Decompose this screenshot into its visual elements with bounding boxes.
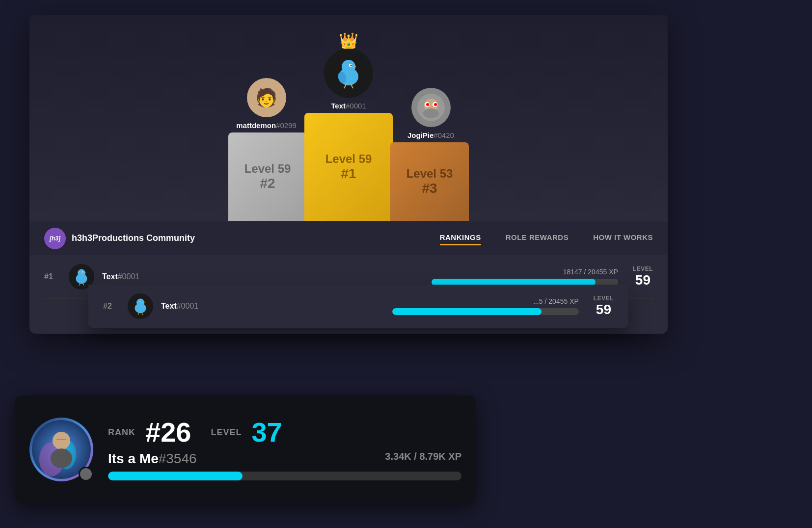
podium-area: 🧑 mattdemon#0299 Level 59 #2 👑 xyxy=(29,15,668,221)
podium-second-box: Level 59 #2 xyxy=(228,132,307,221)
svg-point-12 xyxy=(426,103,429,106)
rank-number-1: #1 xyxy=(44,272,69,281)
podium-container: 🧑 mattdemon#0299 Level 59 #2 👑 xyxy=(228,49,469,221)
svg-point-33 xyxy=(51,449,72,468)
svg-line-7 xyxy=(351,84,353,88)
podium-third-name: JogiPie#0420 xyxy=(407,131,454,139)
svg-point-3 xyxy=(351,65,352,66)
user-name-2: Text#0001 xyxy=(161,302,198,311)
second-row-overlay: #2 Text#0001 ...5 / 20455 XP xyxy=(88,285,628,328)
podium-third-box: Level 53 #3 xyxy=(390,142,469,221)
level-section-2: LEVEL 59 xyxy=(594,295,614,317)
level-section-1: LEVEL 59 xyxy=(633,265,653,288)
podium-third-place: JogiPie#0420 Level 53 #3 xyxy=(393,88,469,221)
user-card-name-xp: Its a Me#3546 3.34K / 8.79K XP xyxy=(108,451,461,467)
user-profile-card: RANK #26 LEVEL 37 Its a Me#3546 3.34K / … xyxy=(15,396,476,503)
xp-bar-fill-2 xyxy=(392,308,541,315)
xp-bar-bg-2 xyxy=(392,308,579,315)
xp-section-1: 18147 / 20455 XP xyxy=(422,268,618,286)
podium-first-avatar xyxy=(324,49,373,98)
svg-point-18 xyxy=(82,272,83,273)
svg-line-6 xyxy=(344,84,346,88)
server-logo-area: [h3] h3h3Productions Community xyxy=(44,228,195,249)
user-card-avatar-container xyxy=(29,418,93,481)
navigation-bar: [h3] h3h3Productions Community RANKINGS … xyxy=(29,221,668,255)
server-logo-icon: [h3] xyxy=(44,228,66,249)
xp-section-2: ...5 / 20455 XP xyxy=(382,297,579,315)
nav-tabs: RANKINGS ROLE REWARDS HOW IT WORKS xyxy=(440,233,653,243)
svg-line-20 xyxy=(79,283,80,286)
crown-icon: 👑 xyxy=(339,31,358,50)
svg-line-28 xyxy=(142,313,143,315)
tab-how-it-works[interactable]: HOW IT WORKS xyxy=(593,233,653,243)
user-card-info: RANK #26 LEVEL 37 Its a Me#3546 3.34K / … xyxy=(108,419,461,480)
svg-point-32 xyxy=(53,432,70,449)
svg-point-13 xyxy=(434,103,437,106)
podium-first-place: 👑 xyxy=(304,49,393,221)
tab-role-rewards[interactable]: ROLE REWARDS xyxy=(506,233,569,243)
svg-line-27 xyxy=(138,313,139,315)
podium-third-avatar xyxy=(411,88,451,127)
podium-first-name: Text#0001 xyxy=(331,102,366,110)
podium-first-box: Level 59 #1 xyxy=(304,113,393,221)
user-card-xp-bar-bg xyxy=(108,472,461,480)
rank-level-display: RANK #26 LEVEL 37 xyxy=(108,419,461,446)
rank-number-2: #2 xyxy=(103,302,128,311)
tab-rankings[interactable]: RANKINGS xyxy=(440,233,481,243)
podium-second-name: mattdemon#0299 xyxy=(236,121,297,130)
svg-point-25 xyxy=(141,301,142,302)
podium-second-place: 🧑 mattdemon#0299 Level 59 #2 xyxy=(228,78,304,221)
table-row-2: #2 Text#0001 ...5 / 20455 XP xyxy=(103,285,614,328)
svg-point-14 xyxy=(423,108,439,118)
user-name-1: Text#0001 xyxy=(102,272,139,281)
user-status-dot xyxy=(79,467,93,481)
user-avatar-2 xyxy=(128,293,153,319)
user-card-xp-bar-fill xyxy=(108,472,243,480)
svg-line-21 xyxy=(83,283,84,286)
podium-second-avatar: 🧑 xyxy=(247,78,286,117)
server-name: h3h3Productions Community xyxy=(72,233,195,243)
